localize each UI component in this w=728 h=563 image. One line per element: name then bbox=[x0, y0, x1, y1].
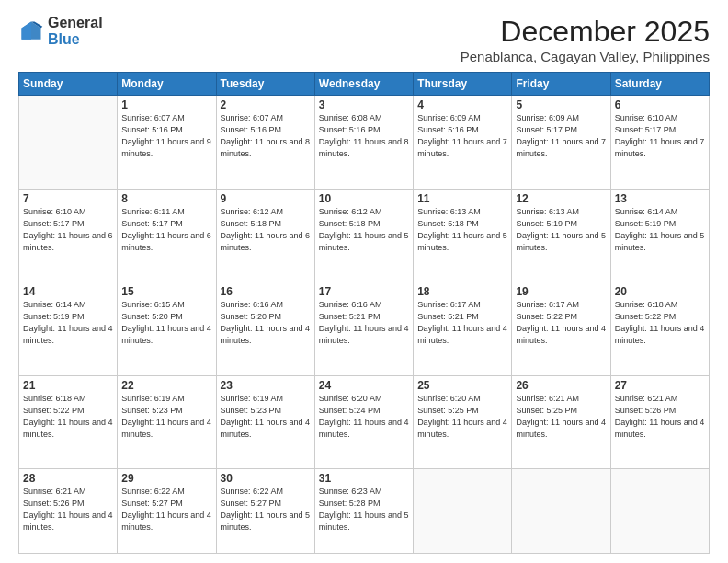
calendar-cell: 13Sunrise: 6:14 AM Sunset: 5:19 PM Dayli… bbox=[610, 189, 709, 282]
calendar-cell: 7Sunrise: 6:10 AM Sunset: 5:17 PM Daylig… bbox=[19, 189, 118, 282]
calendar-week-row: 1Sunrise: 6:07 AM Sunset: 5:16 PM Daylig… bbox=[19, 96, 710, 190]
day-info: Sunrise: 6:14 AM Sunset: 5:19 PM Dayligh… bbox=[23, 299, 113, 347]
calendar-cell bbox=[610, 469, 709, 554]
day-number: 27 bbox=[615, 379, 705, 392]
weekday-header: Sunday bbox=[19, 73, 118, 96]
day-number: 8 bbox=[121, 192, 211, 205]
day-number: 16 bbox=[221, 285, 311, 298]
weekday-header: Friday bbox=[512, 73, 610, 96]
weekday-header: Thursday bbox=[414, 73, 512, 96]
calendar-cell: 19Sunrise: 6:17 AM Sunset: 5:22 PM Dayli… bbox=[512, 282, 610, 376]
day-info: Sunrise: 6:23 AM Sunset: 5:28 PM Dayligh… bbox=[319, 486, 409, 534]
logo-icon bbox=[18, 18, 44, 44]
calendar-cell: 20Sunrise: 6:18 AM Sunset: 5:22 PM Dayli… bbox=[610, 282, 709, 376]
day-info: Sunrise: 6:13 AM Sunset: 5:19 PM Dayligh… bbox=[516, 206, 606, 254]
calendar-cell: 15Sunrise: 6:15 AM Sunset: 5:20 PM Dayli… bbox=[118, 282, 216, 376]
calendar-cell: 9Sunrise: 6:12 AM Sunset: 5:18 PM Daylig… bbox=[216, 189, 314, 282]
logo-blue: Blue bbox=[48, 31, 103, 48]
day-number: 1 bbox=[121, 98, 211, 111]
day-number: 9 bbox=[221, 192, 311, 205]
day-number: 5 bbox=[516, 98, 606, 111]
day-number: 17 bbox=[319, 285, 409, 298]
day-info: Sunrise: 6:20 AM Sunset: 5:24 PM Dayligh… bbox=[319, 393, 409, 441]
weekday-header: Monday bbox=[118, 73, 216, 96]
day-number: 25 bbox=[417, 379, 507, 392]
calendar-cell: 29Sunrise: 6:22 AM Sunset: 5:27 PM Dayli… bbox=[118, 469, 216, 554]
day-number: 15 bbox=[121, 285, 211, 298]
calendar-cell: 22Sunrise: 6:19 AM Sunset: 5:23 PM Dayli… bbox=[118, 375, 216, 469]
day-number: 3 bbox=[319, 98, 409, 111]
day-info: Sunrise: 6:19 AM Sunset: 5:23 PM Dayligh… bbox=[221, 393, 311, 441]
day-number: 20 bbox=[615, 285, 705, 298]
day-number: 18 bbox=[417, 285, 507, 298]
calendar-week-row: 7Sunrise: 6:10 AM Sunset: 5:17 PM Daylig… bbox=[19, 189, 710, 282]
day-info: Sunrise: 6:07 AM Sunset: 5:16 PM Dayligh… bbox=[121, 112, 211, 160]
day-number: 21 bbox=[23, 379, 113, 392]
calendar-week-row: 28Sunrise: 6:21 AM Sunset: 5:26 PM Dayli… bbox=[19, 469, 710, 554]
weekday-header-row: SundayMondayTuesdayWednesdayThursdayFrid… bbox=[19, 73, 710, 96]
day-info: Sunrise: 6:12 AM Sunset: 5:18 PM Dayligh… bbox=[319, 206, 409, 254]
day-number: 19 bbox=[516, 285, 606, 298]
day-info: Sunrise: 6:17 AM Sunset: 5:21 PM Dayligh… bbox=[417, 299, 507, 347]
calendar-cell: 21Sunrise: 6:18 AM Sunset: 5:22 PM Dayli… bbox=[19, 375, 118, 469]
calendar-cell: 27Sunrise: 6:21 AM Sunset: 5:26 PM Dayli… bbox=[610, 375, 709, 469]
weekday-header: Saturday bbox=[610, 73, 709, 96]
calendar-cell: 8Sunrise: 6:11 AM Sunset: 5:17 PM Daylig… bbox=[118, 189, 216, 282]
calendar-cell: 1Sunrise: 6:07 AM Sunset: 5:16 PM Daylig… bbox=[118, 96, 216, 190]
day-info: Sunrise: 6:22 AM Sunset: 5:27 PM Dayligh… bbox=[221, 486, 311, 534]
day-number: 24 bbox=[319, 379, 409, 392]
calendar-page: General Blue December 2025 Penablanca, C… bbox=[0, 0, 728, 563]
day-info: Sunrise: 6:21 AM Sunset: 5:25 PM Dayligh… bbox=[516, 393, 606, 441]
day-number: 30 bbox=[221, 472, 311, 485]
calendar-week-row: 14Sunrise: 6:14 AM Sunset: 5:19 PM Dayli… bbox=[19, 282, 710, 376]
calendar-cell bbox=[414, 469, 512, 554]
calendar-cell: 11Sunrise: 6:13 AM Sunset: 5:18 PM Dayli… bbox=[414, 189, 512, 282]
day-number: 28 bbox=[23, 472, 113, 485]
calendar-cell: 12Sunrise: 6:13 AM Sunset: 5:19 PM Dayli… bbox=[512, 189, 610, 282]
month-title: December 2025 bbox=[461, 15, 710, 49]
calendar-cell: 25Sunrise: 6:20 AM Sunset: 5:25 PM Dayli… bbox=[414, 375, 512, 469]
day-number: 22 bbox=[121, 379, 211, 392]
day-info: Sunrise: 6:21 AM Sunset: 5:26 PM Dayligh… bbox=[615, 393, 705, 441]
calendar-table: SundayMondayTuesdayWednesdayThursdayFrid… bbox=[18, 72, 710, 554]
logo: General Blue bbox=[18, 15, 103, 47]
day-info: Sunrise: 6:08 AM Sunset: 5:16 PM Dayligh… bbox=[319, 112, 409, 160]
header: General Blue December 2025 Penablanca, C… bbox=[18, 15, 710, 64]
day-info: Sunrise: 6:07 AM Sunset: 5:16 PM Dayligh… bbox=[221, 112, 311, 160]
location-title: Penablanca, Cagayan Valley, Philippines bbox=[461, 49, 710, 64]
day-info: Sunrise: 6:15 AM Sunset: 5:20 PM Dayligh… bbox=[121, 299, 211, 347]
calendar-cell: 10Sunrise: 6:12 AM Sunset: 5:18 PM Dayli… bbox=[314, 189, 413, 282]
day-number: 31 bbox=[319, 472, 409, 485]
calendar-week-row: 21Sunrise: 6:18 AM Sunset: 5:22 PM Dayli… bbox=[19, 375, 710, 469]
calendar-cell bbox=[512, 469, 610, 554]
calendar-cell: 14Sunrise: 6:14 AM Sunset: 5:19 PM Dayli… bbox=[19, 282, 118, 376]
title-block: December 2025 Penablanca, Cagayan Valley… bbox=[461, 15, 710, 64]
day-info: Sunrise: 6:10 AM Sunset: 5:17 PM Dayligh… bbox=[23, 206, 113, 254]
day-number: 6 bbox=[615, 98, 705, 111]
calendar-cell: 16Sunrise: 6:16 AM Sunset: 5:20 PM Dayli… bbox=[216, 282, 314, 376]
calendar-cell: 18Sunrise: 6:17 AM Sunset: 5:21 PM Dayli… bbox=[414, 282, 512, 376]
day-number: 11 bbox=[417, 192, 507, 205]
logo-text: General Blue bbox=[48, 15, 103, 47]
day-info: Sunrise: 6:09 AM Sunset: 5:17 PM Dayligh… bbox=[516, 112, 606, 160]
day-number: 29 bbox=[121, 472, 211, 485]
day-info: Sunrise: 6:16 AM Sunset: 5:20 PM Dayligh… bbox=[221, 299, 311, 347]
day-number: 2 bbox=[221, 98, 311, 111]
day-info: Sunrise: 6:09 AM Sunset: 5:16 PM Dayligh… bbox=[417, 112, 507, 160]
day-number: 13 bbox=[615, 192, 705, 205]
weekday-header: Tuesday bbox=[216, 73, 314, 96]
day-info: Sunrise: 6:16 AM Sunset: 5:21 PM Dayligh… bbox=[319, 299, 409, 347]
calendar-cell: 24Sunrise: 6:20 AM Sunset: 5:24 PM Dayli… bbox=[314, 375, 413, 469]
calendar-cell: 6Sunrise: 6:10 AM Sunset: 5:17 PM Daylig… bbox=[610, 96, 709, 190]
calendar-cell: 28Sunrise: 6:21 AM Sunset: 5:26 PM Dayli… bbox=[19, 469, 118, 554]
calendar-cell bbox=[19, 96, 118, 190]
svg-marker-2 bbox=[22, 21, 32, 39]
calendar-cell: 30Sunrise: 6:22 AM Sunset: 5:27 PM Dayli… bbox=[216, 469, 314, 554]
day-info: Sunrise: 6:18 AM Sunset: 5:22 PM Dayligh… bbox=[23, 393, 113, 441]
calendar-cell: 26Sunrise: 6:21 AM Sunset: 5:25 PM Dayli… bbox=[512, 375, 610, 469]
day-number: 12 bbox=[516, 192, 606, 205]
day-info: Sunrise: 6:12 AM Sunset: 5:18 PM Dayligh… bbox=[221, 206, 311, 254]
day-info: Sunrise: 6:14 AM Sunset: 5:19 PM Dayligh… bbox=[615, 206, 705, 254]
day-info: Sunrise: 6:10 AM Sunset: 5:17 PM Dayligh… bbox=[615, 112, 705, 160]
day-info: Sunrise: 6:13 AM Sunset: 5:18 PM Dayligh… bbox=[417, 206, 507, 254]
